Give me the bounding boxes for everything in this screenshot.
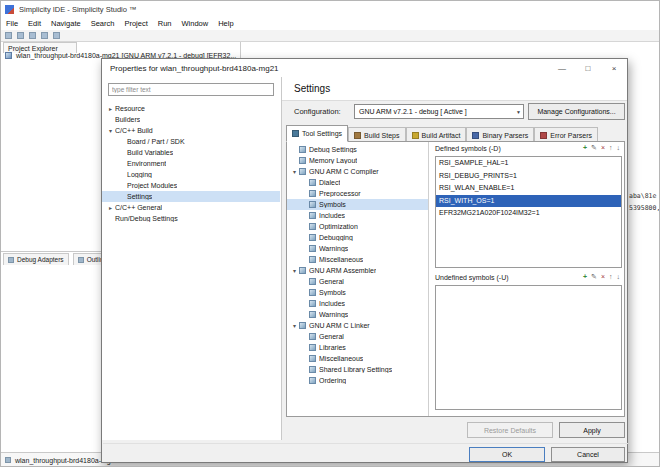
tool-node-icon [309,234,316,241]
nav-tree-item[interactable]: Settings [102,191,280,202]
tool-tree-item[interactable]: General [287,276,428,287]
tool-tree-item[interactable]: Debug Settings [287,144,428,155]
menu-item[interactable]: Window [177,19,214,28]
tool-node-icon [299,157,306,164]
tool-tree-item[interactable]: Includes [287,210,428,221]
settings-tab[interactable]: Build Steps [348,127,405,142]
nav-tree-item[interactable]: Board / Part / SDK [102,136,280,147]
add-symbol-icon[interactable]: + [583,144,587,152]
nav-tree-item[interactable]: Environment [102,158,280,169]
tool-tree-item[interactable]: GNU ARM Assembler [287,265,428,276]
toolbar-icon[interactable] [41,32,48,39]
tool-tree-item[interactable]: Debugging [287,232,428,243]
tool-tree-label: Optimization [319,223,358,230]
tab-debug-adapters[interactable]: Debug Adapters [3,253,69,265]
undefined-symbols-label: Undefined symbols (-U) [435,274,509,281]
nav-tree-item[interactable]: Build Variables [102,147,280,158]
maximize-icon[interactable]: □ [575,59,601,77]
defined-symbol-row[interactable]: RSI_SAMPLE_HAL=1 [436,157,621,170]
settings-tab[interactable]: Binary Parsers [466,127,534,142]
nav-tree-label: Project Modules [127,182,177,189]
expand-arrow-icon[interactable] [290,267,299,274]
tool-tree-item[interactable]: Libraries [287,342,428,353]
tool-tree-label: Memory Layout [309,157,357,164]
tool-tree-item[interactable]: Memory Layout [287,155,428,166]
settings-tab[interactable]: Build Artifact [406,127,467,142]
move-up-icon[interactable]: ↑ [609,273,613,281]
tab-icon [540,132,547,139]
menu-item[interactable]: Navigate [46,19,86,28]
defined-symbol-row[interactable]: RSI_WITH_OS=1 [436,195,621,208]
toolbar-icon[interactable] [17,32,24,39]
tool-tree-item[interactable]: GNU ARM C Linker [287,320,428,331]
tool-tree-item[interactable]: General [287,331,428,342]
expand-arrow-icon[interactable] [106,105,115,112]
edit-symbol-icon[interactable]: ✎ [591,144,597,152]
nav-tree-item[interactable]: Project Modules [102,180,280,191]
expand-arrow-icon[interactable] [290,168,299,175]
tab-label: Build Artifact [422,132,461,139]
nav-tree-item[interactable]: C/C++ Build [102,125,280,136]
tool-tree-label: GNU ARM C Linker [309,322,370,329]
defined-symbol-row[interactable]: RSI_DEBUG_PRINTS=1 [436,170,621,183]
tool-tree-item[interactable]: Warnings [287,309,428,320]
toolbar-icon[interactable] [29,32,36,39]
menu-item[interactable]: Run [153,19,177,28]
tool-tree-item[interactable]: Symbols [287,287,428,298]
expand-arrow-icon[interactable] [106,127,115,134]
tool-node-icon [309,300,316,307]
settings-tab[interactable]: Tool Settings [286,125,348,142]
delete-symbol-icon[interactable]: × [601,144,605,152]
tool-tree-item[interactable]: Warnings [287,243,428,254]
tool-tree-item[interactable]: Dialect [287,177,428,188]
minimize-icon[interactable]: — [549,59,575,77]
tool-tree-item[interactable]: Preprocessor [287,188,428,199]
nav-tree-label: Builders [115,116,140,123]
add-symbol-icon[interactable]: + [583,273,587,281]
menu-item[interactable]: Edit [23,19,46,28]
nav-tree-item[interactable]: Resource [102,103,280,114]
main-window-title: Simplicity IDE - Simplicity Studio ™ [19,5,137,14]
tool-node-icon [309,377,316,384]
delete-symbol-icon[interactable]: × [601,273,605,281]
menu-item[interactable]: Project [119,19,152,28]
filter-input[interactable] [108,83,274,96]
menu-item[interactable]: File [1,19,23,28]
defined-symbol-row[interactable]: EFR32MG21A020F1024IM32=1 [436,207,621,220]
expand-arrow-icon[interactable] [106,204,115,211]
tool-tree-item[interactable]: Includes [287,298,428,309]
nav-tree-item[interactable]: C/C++ General [102,202,280,213]
move-down-icon[interactable]: ↓ [617,144,621,152]
nav-tree-item[interactable]: Run/Debug Settings [102,213,280,224]
menu-item[interactable]: Help [213,19,238,28]
tool-tree-item[interactable]: Optimization [287,221,428,232]
edit-symbol-icon[interactable]: ✎ [591,273,597,281]
screen: Simplicity IDE - Simplicity Studio ™ Fil… [0,0,660,467]
tool-tree-item[interactable]: Ordering [287,375,428,386]
menu-item[interactable]: Search [86,19,120,28]
ok-button[interactable]: OK [469,447,545,462]
tool-tree-item[interactable]: Shared Library Settings [287,364,428,375]
tool-tree-item[interactable]: Miscellaneous [287,353,428,364]
restore-defaults-button[interactable]: Restore Defaults [467,422,553,438]
toolbar-icon[interactable] [5,32,12,39]
dialog-title-bar[interactable]: Properties for wlan_throughput-brd4180a-… [102,59,627,77]
move-up-icon[interactable]: ↑ [609,144,613,152]
apply-button[interactable]: Apply [559,422,625,438]
tool-tree-item[interactable]: Symbols [287,199,428,210]
settings-tab[interactable]: Error Parsers [534,127,598,142]
move-down-icon[interactable]: ↓ [617,273,621,281]
close-icon[interactable]: × [601,59,627,77]
defined-symbol-row[interactable]: RSI_WLAN_ENABLE=1 [436,182,621,195]
page-title: Settings [294,83,330,94]
nav-tree-item[interactable]: Logging [102,169,280,180]
toolbar-icon[interactable] [53,32,60,39]
expand-arrow-icon[interactable] [290,322,299,329]
nav-tree-item[interactable]: Builders [102,114,280,125]
manage-configurations-button[interactable]: Manage Configurations... [528,103,625,120]
configuration-dropdown[interactable]: GNU ARM v7.2.1 - debug [ Active ] ▼ [354,104,524,119]
tool-node-icon [309,333,316,340]
tool-tree-item[interactable]: GNU ARM C Compiler [287,166,428,177]
cancel-button[interactable]: Cancel [551,447,625,462]
tool-tree-item[interactable]: Miscellaneous [287,254,428,265]
